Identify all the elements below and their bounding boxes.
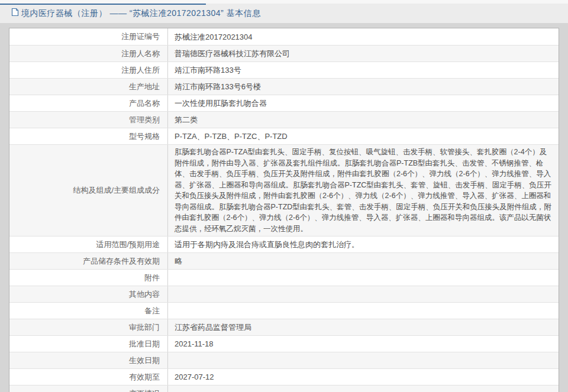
row-label-text: 注册证编号 — [121, 31, 160, 42]
table-row: 生产地址靖江市南环路133号6号楼 — [9, 78, 559, 95]
row-label: 适用范围/预期用途 — [9, 237, 168, 252]
row-label-text: 审批部门 — [129, 322, 160, 333]
row-value: 苏械注准20172021304 — [168, 28, 559, 45]
row-label: 产品名称 — [9, 95, 168, 111]
table-row: 管理类别第二类 — [9, 111, 559, 128]
row-label: 管理类别 — [9, 112, 168, 128]
row-value-text: 2027-07-12 — [175, 371, 214, 383]
row-label-text: 产品名称 — [129, 98, 160, 109]
row-label: 附件 — [9, 270, 168, 286]
row-label: 产品储存条件及有效期 — [9, 253, 168, 269]
table-row: 注册人住所靖江市南环路133号 — [9, 61, 559, 78]
table-row: 批准日期2021-11-18 — [9, 335, 559, 352]
row-label-text: 注册人住所 — [121, 65, 160, 76]
table-row: 型号规格P-TZA、P-TZB、P-TZC、P-TZD — [9, 128, 559, 144]
row-label: 批准日期 — [9, 336, 168, 352]
row-value: 靖江市南环路133号6号楼 — [168, 79, 559, 95]
row-label: 结构及组成/主要组成成分 — [9, 145, 168, 236]
table-row: 产品储存条件及有效期略 — [9, 252, 559, 269]
table-row: 附件 — [9, 269, 559, 286]
row-label-text: 附件 — [144, 273, 160, 283]
row-label-text: 生产地址 — [129, 82, 160, 92]
row-label: 注册证编号 — [9, 28, 168, 45]
row-value: 江苏省药品监督管理局 — [168, 319, 559, 335]
row-label-text: 有效期至 — [129, 372, 160, 383]
row-value: 适用于各期内痔及混合痔或直肠良性息肉的套扎治疗。 — [168, 237, 559, 252]
info-table: 注册证编号苏械注准20172021304注册人名称普瑞德医疗器械科技江苏有限公司… — [9, 28, 559, 392]
row-value-text: 江苏省药品监督管理局 — [175, 322, 251, 333]
row-label: 生效日期 — [9, 352, 168, 368]
table-row: 变更情况 — [9, 385, 559, 392]
row-label-text: 批准日期 — [129, 339, 160, 349]
table-row: 有效期至2027-07-12 — [9, 368, 559, 385]
table-row: 其他内容 — [9, 286, 559, 302]
table-row: 审批部门江苏省药品监督管理局 — [9, 319, 559, 335]
row-value — [168, 303, 559, 319]
table-row: 注册人名称普瑞德医疗器械科技江苏有限公司 — [9, 45, 559, 61]
row-value: 肛肠套扎吻合器P-TZA型由套扎头、固定手柄、复位按钮、吸气旋钮、击发手柄、软管… — [168, 145, 559, 236]
row-value — [168, 270, 559, 286]
table-row: 注册证编号苏械注准20172021304 — [9, 28, 559, 45]
row-label-text: 变更情况 — [129, 388, 160, 392]
document-icon — [11, 8, 19, 19]
row-label-text: 生效日期 — [129, 355, 160, 366]
row-label: 生产地址 — [9, 79, 168, 95]
row-value-text: 一次性使用肛肠套扎吻合器 — [175, 98, 267, 109]
row-label-text: 型号规格 — [129, 131, 160, 142]
row-label: 注册人名称 — [9, 46, 168, 61]
row-value-text: 第二类 — [175, 114, 198, 125]
row-value-text: 靖江市南环路133号6号楼 — [175, 81, 261, 92]
row-label: 注册人住所 — [9, 62, 168, 78]
row-value: 一次性使用肛肠套扎吻合器 — [168, 95, 559, 111]
row-value: 第二类 — [168, 112, 559, 128]
row-label: 型号规格 — [9, 128, 168, 144]
row-label: 变更情况 — [9, 385, 168, 392]
row-label: 备注 — [9, 303, 168, 319]
row-value-text: 适用于各期内痔及混合痔或直肠良性息肉的套扎治疗。 — [175, 239, 359, 250]
table-row: 结构及组成/主要组成成分肛肠套扎吻合器P-TZA型由套扎头、固定手柄、复位按钮、… — [9, 144, 559, 236]
row-label-text: 适用范围/预期用途 — [96, 239, 160, 250]
row-value-text: 靖江市南环路133号 — [175, 64, 241, 76]
table-row: 生效日期 — [9, 352, 559, 368]
row-label-text: 产品储存条件及有效期 — [83, 256, 160, 267]
row-label: 其他内容 — [9, 286, 168, 302]
row-value-text: 普瑞德医疗器械科技江苏有限公司 — [175, 48, 290, 59]
row-value: 2021-11-18 — [168, 336, 559, 352]
row-value — [168, 352, 559, 368]
row-label-text: 注册人名称 — [121, 48, 160, 59]
row-label-text: 结构及组成/主要组成成分 — [73, 185, 160, 196]
row-value-text: 2021-11-18 — [175, 338, 214, 349]
row-value-text: 苏械注准20172021304 — [175, 31, 253, 43]
table-row: 适用范围/预期用途适用于各期内痔及混合痔或直肠良性息肉的套扎治疗。 — [9, 236, 559, 252]
row-value: 靖江市南环路133号 — [168, 62, 559, 78]
row-value: 略 — [168, 253, 559, 269]
row-label-text: 其他内容 — [129, 289, 160, 300]
row-label-text: 备注 — [144, 306, 160, 316]
row-value-text: 略 — [175, 255, 182, 267]
row-label-text: 管理类别 — [129, 115, 160, 125]
row-value-text: P-TZA、P-TZB、P-TZC、P-TZD — [175, 131, 288, 142]
row-value-text: 肛肠套扎吻合器P-TZA型由套扎头、固定手柄、复位按钮、吸气旋钮、击发手柄、软管… — [175, 147, 551, 234]
page-header: 境内医疗器械（注册） —— “苏械注准20172021304” 基本信息 — [0, 4, 568, 23]
row-label: 审批部门 — [9, 319, 168, 335]
row-label: 有效期至 — [9, 369, 168, 385]
row-value: 2027-07-12 — [168, 369, 559, 385]
table-row: 产品名称一次性使用肛肠套扎吻合器 — [9, 95, 559, 111]
table-row: 备注 — [9, 302, 559, 319]
row-value — [168, 286, 559, 302]
row-value: 普瑞德医疗器械科技江苏有限公司 — [168, 46, 559, 61]
row-value — [168, 385, 559, 392]
row-value: P-TZA、P-TZB、P-TZC、P-TZD — [168, 128, 559, 144]
page-title: 境内医疗器械（注册） —— “苏械注准20172021304” 基本信息 — [21, 8, 261, 19]
